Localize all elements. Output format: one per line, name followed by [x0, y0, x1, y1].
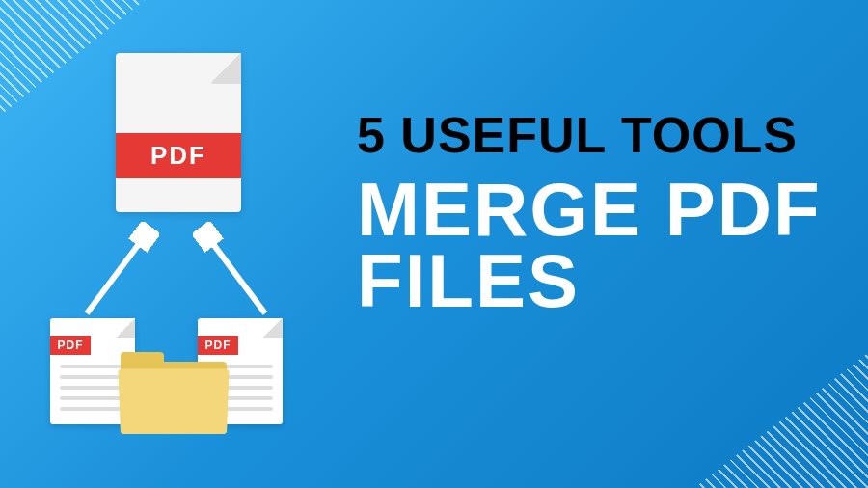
- subtitle-line-1: Merge PDF: [357, 174, 822, 245]
- stripes-decoration-bottom-right: [694, 353, 868, 488]
- folder-icon: [121, 352, 227, 434]
- pdf-label: PDF: [50, 336, 91, 355]
- text-content: 5 Useful Tools Merge PDF Files: [357, 106, 822, 316]
- document-lines-icon: [60, 365, 125, 418]
- pdf-merge-illustration: PDF PDF PDF: [39, 53, 338, 439]
- arrow-left-icon: [72, 222, 159, 328]
- subtitle-text: Merge PDF Files: [357, 174, 822, 316]
- arrow-right-icon: [193, 222, 280, 328]
- pdf-label: PDF: [116, 133, 241, 178]
- pdf-file-large-icon: PDF: [116, 53, 241, 212]
- svg-line-1: [87, 236, 145, 313]
- subtitle-line-2: Files: [357, 245, 822, 316]
- headline-text: 5 Useful Tools: [357, 106, 822, 164]
- svg-line-3: [207, 236, 265, 313]
